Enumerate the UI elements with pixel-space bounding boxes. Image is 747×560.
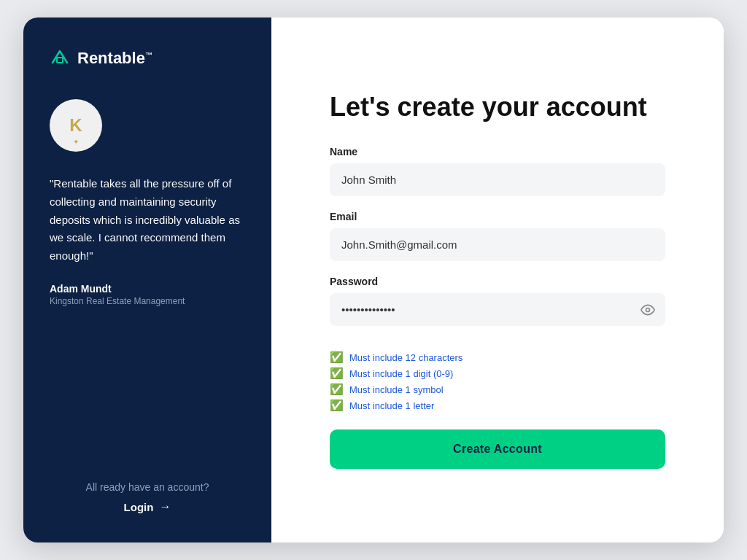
logo: Rentable™ xyxy=(50,47,245,70)
logo-icon xyxy=(50,47,70,70)
page-title: Let's create your account xyxy=(330,91,665,122)
testimonial-author-name: Adam Mundt xyxy=(50,283,245,295)
password-rule: ✅Must include 1 symbol xyxy=(330,383,665,396)
name-label: Name xyxy=(330,146,665,158)
testimonial-company: Kingston Real Estate Management xyxy=(50,296,245,306)
testimonial-quote: "Rentable takes all the pressure off of … xyxy=(50,175,245,265)
right-panel: Let's create your account Name Email Pas… xyxy=(271,18,724,542)
password-field-group: Password xyxy=(330,276,665,326)
rule-check-icon: ✅ xyxy=(330,367,344,380)
password-rules: ✅Must include 12 characters✅Must include… xyxy=(330,351,665,412)
login-arrow-icon: → xyxy=(159,500,171,513)
left-panel: Rentable™ K ✦ "Rentable takes all the pr… xyxy=(23,18,271,542)
email-field-group: Email xyxy=(330,211,665,261)
password-rule: ✅Must include 1 digit (0-9) xyxy=(330,367,665,380)
name-field-group: Name xyxy=(330,146,665,196)
name-input[interactable] xyxy=(330,163,665,196)
email-input[interactable] xyxy=(330,228,665,261)
rule-check-icon: ✅ xyxy=(330,399,344,412)
brand-name: Rentable™ xyxy=(77,49,152,68)
show-password-toggle[interactable] xyxy=(640,303,655,317)
avatar: K ✦ xyxy=(50,99,102,152)
password-input[interactable] xyxy=(330,293,665,326)
create-account-button[interactable]: Create Account xyxy=(330,429,665,469)
svg-rect-0 xyxy=(57,58,63,63)
password-rule: ✅Must include 12 characters xyxy=(330,351,665,364)
rule-check-icon: ✅ xyxy=(330,351,344,364)
svg-point-1 xyxy=(646,308,650,311)
password-label: Password xyxy=(330,276,665,287)
already-account-text: All ready have an account? xyxy=(50,481,245,493)
main-card: Rentable™ K ✦ "Rentable takes all the pr… xyxy=(23,18,724,542)
avatar-crown-icon: ✦ xyxy=(73,138,79,146)
password-rule: ✅Must include 1 letter xyxy=(330,399,665,412)
avatar-letter: K xyxy=(69,115,82,136)
password-wrapper xyxy=(330,293,665,326)
login-link[interactable]: Login → xyxy=(50,500,245,513)
rule-check-icon: ✅ xyxy=(330,383,344,396)
login-label: Login xyxy=(124,501,154,513)
email-label: Email xyxy=(330,211,665,222)
